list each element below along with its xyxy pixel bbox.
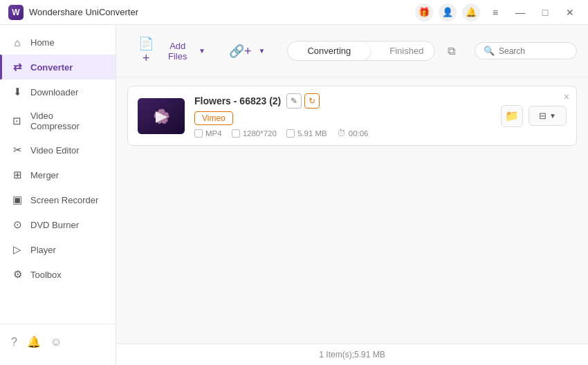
sidebar-label-toolbox: Toolbox — [30, 270, 62, 280]
bell-icon[interactable]: 🔔 — [462, 3, 480, 21]
file-action-icons: ✎ ↻ — [286, 93, 320, 109]
resolution-checkbox — [232, 129, 240, 138]
file-right-actions: 📁 ⊟ ▼ — [501, 105, 567, 127]
sidebar-item-video-compressor[interactable]: ⊡ Video Compressor — [0, 104, 116, 138]
help-icon[interactable]: ? — [11, 336, 17, 348]
convert-dropdown-icon: ▼ — [549, 112, 556, 120]
format-checkbox — [194, 129, 203, 138]
sidebar-item-downloader[interactable]: ⬇ Downloader — [0, 79, 116, 104]
downloader-icon: ⬇ — [11, 86, 24, 98]
size-checkbox — [286, 129, 295, 138]
compressor-icon: ⊡ — [11, 115, 24, 127]
add-url-icon: 🔗+ — [229, 44, 252, 59]
add-url-dropdown-icon: ▼ — [258, 47, 265, 55]
home-icon: ⌂ — [11, 37, 24, 48]
sidebar-label-downloader: Downloader — [30, 87, 78, 97]
search-icon: 🔍 — [484, 46, 495, 56]
sidebar: ⌂ Home ⇄ Converter ⬇ Downloader ⊡ Video … — [0, 25, 116, 365]
sidebar-label-converter: Converter — [30, 62, 73, 73]
file-close-button[interactable]: × — [564, 92, 569, 102]
sidebar-label-video-compressor: Video Compressor — [30, 111, 104, 131]
file-resolution-item: 1280*720 — [232, 129, 277, 138]
toolbox-icon: ⚙ — [11, 268, 24, 281]
main-layout: ⌂ Home ⇄ Converter ⬇ Downloader ⊡ Video … — [0, 25, 588, 365]
sidebar-label-merger: Merger — [30, 170, 59, 180]
title-bar-left: W Wondershare UniConverter — [8, 5, 138, 20]
sidebar-label-home: Home — [30, 37, 55, 48]
recorder-icon: ▣ — [11, 194, 24, 206]
sidebar-item-video-editor[interactable]: ✂ Video Editor — [0, 138, 116, 162]
sidebar-label-dvd-burner: DVD Burner — [30, 220, 79, 230]
file-duration-item: ⏱ 00:06 — [337, 128, 369, 138]
sidebar-label-screen-recorder: Screen Recorder — [30, 195, 98, 205]
file-title-row: Flowers - 66823 (2) ✎ ↻ — [194, 93, 491, 109]
file-resolution: 1280*720 — [243, 129, 277, 138]
status-bar: 1 Item(s);5.91 MB — [116, 344, 588, 365]
file-area: ▶ Flowers - 66823 (2) ✎ ↻ Vimeo — [116, 77, 588, 344]
file-size-item: 5.91 MB — [286, 129, 327, 138]
sidebar-item-toolbox[interactable]: ⚙ Toolbox — [0, 262, 116, 287]
title-bar-right: 🎁 👤 🔔 ≡ — □ ✕ — [415, 3, 580, 21]
tab-converting[interactable]: Converting — [288, 41, 370, 60]
sidebar-item-screen-recorder[interactable]: ▣ Screen Recorder — [0, 187, 116, 212]
edit-icon[interactable]: ✎ — [286, 93, 302, 109]
close-button[interactable]: ✕ — [560, 5, 580, 20]
add-files-button[interactable]: 📄+ Add Files ▼ — [127, 32, 214, 70]
file-info: Flowers - 66823 (2) ✎ ↻ Vimeo MP4 — [194, 93, 491, 138]
sidebar-item-merger[interactable]: ⊞ Merger — [0, 162, 116, 187]
file-duration: 00:06 — [349, 129, 369, 138]
tab-switcher: Converting Finished — [287, 41, 435, 61]
player-icon: ▷ — [11, 243, 24, 256]
sidebar-bottom-icons: ? 🔔 ☺ — [0, 330, 116, 354]
add-files-dropdown-icon: ▼ — [199, 47, 205, 55]
convert-options-button[interactable]: ⊟ ▼ — [529, 106, 567, 126]
feedback-icon[interactable]: ☺ — [50, 336, 62, 348]
sidebar-item-player[interactable]: ▷ Player — [0, 237, 116, 262]
user-icon[interactable]: 👤 — [439, 3, 457, 21]
file-thumbnail: ▶ — [138, 98, 185, 134]
file-format: MP4 — [205, 129, 222, 138]
title-bar: W Wondershare UniConverter 🎁 👤 🔔 ≡ — □ ✕ — [0, 0, 588, 25]
sidebar-label-player: Player — [30, 245, 56, 255]
app-title: Wondershare UniConverter — [29, 7, 138, 17]
search-bar: 🔍 — [475, 42, 577, 59]
search-input[interactable] — [499, 46, 568, 56]
status-text: 1 Item(s);5.91 MB — [319, 350, 385, 359]
add-files-label: Add Files — [160, 41, 195, 62]
clock-icon: ⏱ — [337, 128, 346, 138]
sidebar-item-converter[interactable]: ⇄ Converter — [0, 55, 116, 79]
app-icon: W — [8, 5, 24, 20]
copy-icon[interactable]: ⧉ — [442, 41, 461, 61]
file-meta: MP4 1280*720 5.91 MB ⏱ 00:06 — [194, 128, 491, 138]
play-icon: ▶ — [156, 107, 167, 125]
tab-finished[interactable]: Finished — [370, 41, 435, 60]
sidebar-item-dvd-burner[interactable]: ⊙ DVD Burner — [0, 212, 116, 237]
notification-icon[interactable]: 🔔 — [27, 335, 41, 348]
toolbar: 📄+ Add Files ▼ 🔗+ ▼ Converting Finished … — [116, 25, 588, 77]
editor-icon: ✂ — [11, 144, 24, 156]
add-files-icon: 📄+ — [136, 36, 156, 66]
minimize-button[interactable]: — — [511, 5, 530, 20]
converter-icon: ⇄ — [11, 61, 24, 73]
open-folder-button[interactable]: 📁 — [501, 105, 523, 127]
convert-icon: ⊟ — [539, 111, 546, 121]
add-url-button[interactable]: 🔗+ ▼ — [221, 39, 273, 63]
sidebar-label-video-editor: Video Editor — [30, 145, 80, 156]
refresh-icon[interactable]: ↻ — [304, 93, 320, 109]
dvd-icon: ⊙ — [11, 218, 24, 231]
file-size: 5.91 MB — [297, 129, 327, 138]
vimeo-badge: Vimeo — [194, 111, 233, 125]
sidebar-bottom: ? 🔔 ☺ — [0, 324, 116, 359]
gift-icon[interactable]: 🎁 — [415, 3, 433, 21]
sidebar-items: ⌂ Home ⇄ Converter ⬇ Downloader ⊡ Video … — [0, 30, 116, 287]
maximize-button[interactable]: □ — [535, 5, 555, 20]
content-area: 📄+ Add Files ▼ 🔗+ ▼ Converting Finished … — [116, 25, 588, 365]
file-card: ▶ Flowers - 66823 (2) ✎ ↻ Vimeo — [127, 86, 577, 146]
sidebar-item-home[interactable]: ⌂ Home — [0, 30, 116, 55]
file-title: Flowers - 66823 (2) — [194, 95, 281, 106]
menu-icon[interactable]: ≡ — [486, 5, 505, 20]
merger-icon: ⊞ — [11, 169, 24, 181]
file-format-item: MP4 — [194, 129, 222, 138]
